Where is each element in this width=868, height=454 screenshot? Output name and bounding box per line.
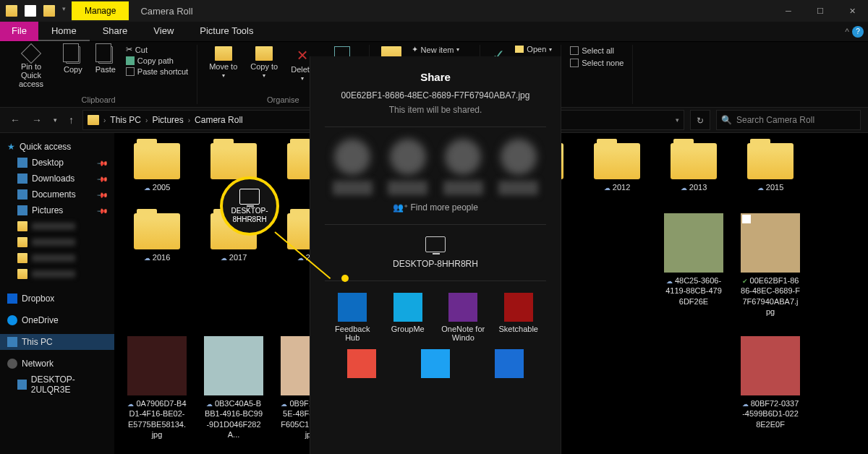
pictures-icon [17, 205, 27, 215]
open-button[interactable]: Open▾ [515, 45, 552, 53]
star-icon: ★ [7, 142, 15, 152]
sidebar-pictures[interactable]: Pictures📌 [0, 202, 114, 218]
cut-icon: ✂ [126, 45, 132, 54]
copy-icon [66, 46, 80, 64]
sidebar-blurred-2[interactable] [0, 234, 114, 250]
sidebar-thispc[interactable]: This PC [0, 334, 114, 350]
ribbon-collapse-icon[interactable]: ^ [845, 27, 849, 37]
delete-icon: × [297, 46, 308, 64]
image-item[interactable]: ☁ 0B3C40A5-BBB1-4916-BC99-9D1D046F282A..… [204, 336, 263, 439]
folder-item[interactable]: ☁ 2016 [127, 213, 187, 316]
close-button[interactable]: ✕ [836, 0, 868, 22]
select-all-icon [570, 46, 579, 55]
downloads-icon [17, 174, 27, 184]
picture-tools-tab[interactable]: Picture Tools [187, 22, 266, 41]
sidebar-onedrive[interactable]: OneDrive [0, 312, 114, 328]
image-item[interactable]: ☁ 80BF72-0337-4599B6D1-0228E2E0F [741, 336, 800, 439]
select-all-button[interactable]: Select all [570, 46, 624, 55]
qat-save-icon[interactable] [25, 5, 36, 17]
sidebar-dropbox[interactable]: Dropbox [0, 291, 114, 307]
sidebar-documents[interactable]: Documents📌 [0, 187, 114, 202]
onedrive-icon [7, 315, 17, 325]
image-item[interactable]: ☁ 0A7906D7-B4D1-4F16-BE02-E5775BE58134.j… [127, 336, 187, 439]
thumbnail [741, 336, 800, 395]
recent-dropdown[interactable]: ▾ [51, 116, 60, 124]
share-app[interactable]: OneNote for Windo [438, 293, 488, 342]
up-button[interactable]: ↑ [66, 114, 77, 126]
title-bar: ▾ Manage Camera Roll ─ ☐ ✕ [0, 0, 868, 22]
select-none-icon [570, 59, 579, 67]
view-tab[interactable]: View [140, 22, 187, 41]
monitor-icon [425, 236, 446, 252]
crumb-cameraroll[interactable]: Camera Roll [195, 115, 243, 125]
folder-item[interactable]: ☁ 2015 [741, 143, 800, 193]
sidebar-blurred-3[interactable] [0, 250, 114, 266]
help-icon[interactable]: ? [852, 26, 864, 38]
thumbnail [204, 336, 263, 395]
copy-path-button[interactable]: Copy path [126, 56, 188, 65]
refresh-button[interactable]: ↻ [690, 110, 710, 130]
qat-dropdown-icon[interactable]: ▾ [62, 5, 66, 17]
share-app[interactable]: GroupMe [383, 293, 433, 342]
home-tab[interactable]: Home [38, 22, 90, 41]
search-placeholder: Search Camera Roll [736, 115, 814, 125]
paste-button[interactable]: Paste [93, 45, 119, 75]
search-input[interactable]: 🔍 Search Camera Roll [716, 110, 861, 130]
copy-to-button[interactable]: Copy to▾ [247, 45, 281, 80]
folder-item[interactable]: ☁ 2013 [664, 143, 723, 193]
breadcrumb-dropdown-icon[interactable]: ▾ [676, 116, 679, 124]
back-button[interactable]: ← [7, 114, 23, 126]
sidebar-downloads[interactable]: Downloads📌 [0, 171, 114, 187]
app-tile-icon [421, 349, 450, 378]
qat-folder-icon[interactable] [43, 5, 55, 17]
image-item[interactable]: ☁ 48C25-3606-4119-88CB-4796DF26E [664, 213, 723, 316]
folder-icon [134, 143, 180, 179]
sidebar-blurred-4[interactable] [0, 266, 114, 282]
app-tile-icon [338, 293, 367, 322]
folder-icon [671, 143, 717, 179]
new-item-icon: ✦ [412, 45, 418, 54]
pin-icon [21, 43, 41, 64]
share-panel: Share 00E62BF1-8686-48EC-8689-F7F67940AB… [310, 56, 561, 454]
share-app[interactable] [484, 349, 535, 381]
manage-tab[interactable]: Manage [72, 1, 129, 20]
select-none-button[interactable]: Select none [570, 59, 624, 67]
sidebar-blurred-1[interactable] [0, 218, 114, 234]
share-app[interactable] [410, 349, 461, 381]
find-more-people[interactable]: 👥⁺ Find more people [325, 202, 546, 213]
share-contacts-blurred [325, 139, 546, 175]
app-tile-icon [495, 349, 524, 378]
new-item-button[interactable]: ✦New item▾ [412, 45, 472, 54]
window-title: Camera Roll [129, 1, 204, 21]
crumb-pictures[interactable]: Pictures [152, 115, 183, 125]
navigation-sidebar: ★Quick access Desktop📌 Downloads📌 Docume… [0, 133, 114, 454]
quick-access[interactable]: ★Quick access [0, 139, 114, 155]
share-app[interactable] [336, 349, 387, 381]
folder-item[interactable]: ☁ 2005 [127, 143, 187, 193]
file-menu[interactable]: File [0, 22, 38, 41]
network-icon [7, 359, 17, 369]
forward-button[interactable]: → [29, 114, 45, 126]
move-to-button[interactable]: Move to▾ [206, 45, 240, 80]
crumb-thispc[interactable]: This PC [110, 115, 141, 125]
cut-button[interactable]: ✂Cut [126, 45, 188, 54]
image-item[interactable]: ✔ 00E62BF1-8686-48EC-8689-F7F67940ABA7.j… [741, 213, 800, 316]
callout-label: DESKTOP-8HHR8RH [223, 207, 276, 224]
share-app[interactable]: Sketchable [493, 293, 544, 342]
folder-icon [210, 143, 257, 179]
callout-dot [341, 275, 349, 282]
pin-icon: 📌 [97, 157, 109, 168]
share-tab[interactable]: Share [90, 22, 141, 41]
sidebar-desktop[interactable]: Desktop📌 [0, 155, 114, 171]
share-app[interactable]: Feedback Hub [327, 293, 378, 342]
folder-item[interactable]: ☁ 2012 [587, 143, 647, 193]
share-device[interactable]: DESKTOP-8HHR8RH [325, 236, 546, 269]
pin-quick-access-button[interactable]: Pin to Quick access [9, 45, 54, 90]
sidebar-network-pc[interactable]: DESKTOP-2ULQR3E [0, 372, 114, 398]
folder-icon [747, 143, 793, 179]
sidebar-network[interactable]: Network [0, 356, 114, 372]
minimize-button[interactable]: ─ [773, 0, 804, 22]
paste-shortcut-button[interactable]: Paste shortcut [126, 67, 188, 76]
copy-button[interactable]: Copy [61, 45, 85, 75]
maximize-button[interactable]: ☐ [804, 0, 836, 22]
